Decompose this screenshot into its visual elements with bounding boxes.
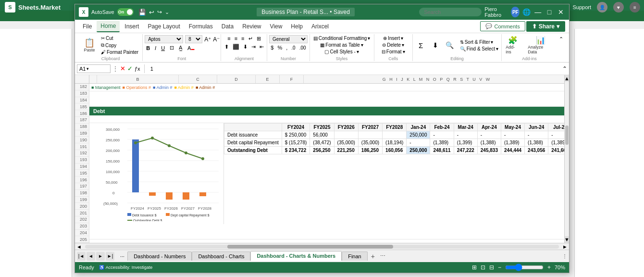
menu-data[interactable]: Data [218, 21, 237, 32]
merge-button[interactable]: ⊞ [255, 35, 262, 42]
formula-cancel-button[interactable]: ✕ [120, 65, 125, 72]
align-top-button[interactable]: ⬆ [223, 43, 230, 50]
tab-scroll-dots[interactable]: ⋮ [562, 253, 567, 259]
menu-insert[interactable]: Insert [121, 21, 143, 32]
formula-confirm-button[interactable]: ✓ [127, 65, 133, 72]
cut-button[interactable]: ✂ Cut [99, 35, 140, 41]
scrollbar-down[interactable]: ▼ [565, 236, 569, 243]
minimize-button[interactable]: — [533, 7, 542, 17]
conditional-formatting-button[interactable]: ▤ Conditional Formatting ▾ [311, 35, 372, 41]
align-bottom-button[interactable]: ⬇ [242, 43, 249, 50]
border-button[interactable]: ⊡ [168, 44, 175, 51]
scroll-right-button[interactable]: ► [561, 244, 569, 250]
h-scroll-thumb[interactable] [227, 245, 393, 249]
scrollbar-up[interactable]: ▲ [565, 75, 569, 82]
cell-reference-box[interactable]: A1 ▾ [77, 64, 111, 73]
menu-arixcel[interactable]: Arixcel [308, 21, 333, 32]
currency-button[interactable]: $ [269, 44, 275, 51]
align-left-button[interactable]: ≡ [226, 35, 232, 42]
zoom-slider[interactable] [505, 264, 544, 271]
comments-button[interactable]: 💬 Comments [480, 21, 525, 31]
close-button[interactable]: ✕ [557, 7, 565, 17]
scrollbar-thumb[interactable] [565, 126, 569, 145]
fill-color-button[interactable]: A̲ [177, 44, 184, 51]
vertical-scrollbar[interactable]: ▲ ▼ [564, 75, 569, 243]
undo-button[interactable]: ↩ [149, 9, 154, 16]
format-cells-button[interactable]: ⊟ Format ▾ [380, 49, 407, 55]
increase-decimal-button[interactable]: .0 [290, 45, 297, 51]
customize-qa[interactable]: ⌄ [165, 9, 169, 15]
tab-dashboard-numbers[interactable]: Dashboard - Numbers [127, 252, 192, 261]
italic-button[interactable]: I [153, 45, 158, 51]
menu-view[interactable]: View [266, 21, 286, 32]
format-painter-button[interactable]: 🖌 Format Painter [99, 49, 140, 55]
zoom-out-button[interactable]: − [498, 264, 501, 271]
scroll-left-button[interactable]: ◄ [75, 244, 83, 250]
paste-button[interactable]: 📋 Paste [81, 38, 98, 53]
wrap-text-button[interactable]: ↵ [247, 35, 254, 42]
bold-button[interactable]: B [145, 45, 151, 51]
tab-prev-button[interactable]: ◄ [87, 252, 95, 261]
tab-first-button[interactable]: |◄ [77, 252, 86, 261]
addins-button[interactable]: 🧩 Add-ins [504, 36, 522, 55]
number-format-select[interactable]: General Number Currency Accounting Date … [269, 35, 308, 43]
tab-dashboard-charts-numbers[interactable]: Dashboard - Charts & Numbers [250, 251, 342, 261]
normal-view-button[interactable]: ⊞ [472, 264, 477, 271]
page-layout-view-button[interactable]: ⊡ [481, 264, 485, 271]
cell-options-button[interactable]: ⋮ [112, 65, 118, 72]
sum-button[interactable]: Σ [415, 41, 427, 50]
font-increase-button[interactable]: A⁺ [204, 36, 211, 43]
menu-page-layout[interactable]: Page Layout [144, 21, 184, 32]
underline-button[interactable]: U [160, 45, 166, 51]
tab-last-button[interactable]: ►| [106, 252, 114, 261]
menu-review[interactable]: Review [238, 21, 265, 32]
tab-finan[interactable]: Finan [342, 252, 368, 261]
tab-dashboard-charts[interactable]: Dashboard - Charts [192, 252, 250, 261]
align-middle-button[interactable]: ⬛ [231, 43, 241, 50]
search-input[interactable] [419, 8, 482, 16]
comma-button[interactable]: , [285, 44, 289, 51]
share-button[interactable]: ⬆ Share ▾ [526, 21, 565, 32]
menu-home[interactable]: Home [97, 21, 120, 32]
cell-styles-button[interactable]: ▢ Cell Styles - ▾ [322, 49, 360, 55]
align-center-button[interactable]: ≡ [233, 35, 239, 42]
autosave-toggle[interactable]: On [117, 8, 134, 16]
sheet-more-button[interactable]: ⋯ [380, 253, 385, 259]
insert-function-button[interactable]: ƒx [135, 66, 140, 72]
menu-help[interactable]: Help [287, 21, 307, 32]
add-sheet-button[interactable]: + [368, 251, 378, 262]
font-color-button[interactable]: A▬ [186, 45, 196, 51]
sheet-tab-more[interactable]: ··· [117, 252, 127, 261]
analyze-data-button[interactable]: 📊 Analyze Data [526, 36, 555, 55]
copy-button[interactable]: ⧉ Copy [99, 42, 140, 49]
maximize-button[interactable]: □ [545, 7, 554, 17]
indent-button[interactable]: ⇥ [250, 43, 257, 50]
outdent-button[interactable]: ⇤ [258, 43, 265, 50]
cell-ref-dropdown[interactable]: ▾ [87, 66, 89, 71]
delete-cells-button[interactable]: ⊖ Delete ▾ [380, 42, 406, 48]
accessibility-status[interactable]: ♿ Accessibility: Investigate [99, 265, 153, 270]
percent-button[interactable]: % [276, 44, 284, 51]
font-name-select[interactable]: Aptos [145, 35, 183, 43]
font-size-select[interactable]: 8 [185, 35, 202, 43]
tab-next-button[interactable]: ► [96, 252, 105, 261]
quick-access-save[interactable]: 💾 [138, 9, 146, 16]
global-icon[interactable]: 🌐 [522, 8, 531, 16]
zoom-in-button[interactable]: + [547, 264, 551, 271]
redo-button[interactable]: ↪ [157, 9, 162, 15]
clear-button[interactable]: 🔍 [444, 41, 456, 50]
insert-cells-button[interactable]: ⊕ Insert ▾ [381, 35, 405, 41]
menu-file[interactable]: File [79, 21, 96, 32]
formula-input[interactable] [149, 66, 560, 72]
sort-filter-button[interactable]: ⇅ Sort & Filter ▾ [458, 39, 500, 45]
h-scroll-track[interactable] [85, 245, 559, 249]
find-select-button[interactable]: 🔍 Find & Select ▾ [458, 46, 500, 52]
format-as-table-button[interactable]: ▦ Format as Table ▾ [318, 42, 365, 48]
formula-collapse-button[interactable]: ⌃ [562, 65, 567, 72]
ribbon-collapse-button[interactable]: ⌃ [557, 34, 565, 44]
fill-button[interactable]: ⬇ [429, 41, 442, 50]
menu-formulas[interactable]: Formulas [185, 21, 217, 32]
decrease-decimal-button[interactable]: .00 [298, 45, 308, 51]
font-decrease-button[interactable]: A⁻ [213, 36, 220, 43]
page-break-view-button[interactable]: ⊟ [489, 264, 494, 271]
